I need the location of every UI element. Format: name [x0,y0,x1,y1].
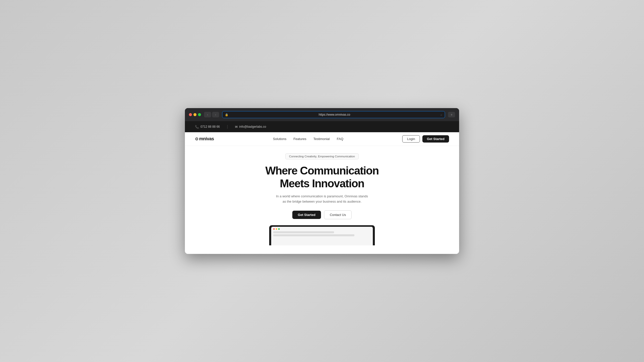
browser-chrome: ‹ › 🔒 https://www.omnivas.co ⌕ + [185,108,459,121]
back-button[interactable]: ‹ [204,112,211,117]
phone-number: 0712 88 88 66 [200,125,220,128]
nav-solutions[interactable]: Solutions [273,137,286,141]
nav-testimonial[interactable]: Testimonial [313,137,330,141]
nav-faq[interactable]: FAQ [337,137,343,141]
hero-section: Connecting Creativity, Empowering Commun… [185,146,459,254]
nav-actions: Login Get Started [402,135,449,143]
logo-symbol: ⊙ [195,137,198,141]
logo-text: mnivas [199,136,214,142]
nav-features[interactable]: Features [293,137,306,141]
phone-contact: 📞 0712 88 88 66 [195,125,220,129]
traffic-lights [189,113,201,116]
hero-subtitle: In a world where communication is paramo… [274,194,370,204]
website-content: 📞 0712 88 88 66 | ✉ info@badgerlabs.co ⊙… [185,121,459,254]
browser-window: ‹ › 🔒 https://www.omnivas.co ⌕ + 📞 0712 … [185,108,459,254]
dash-bar [273,231,334,233]
minimize-button[interactable] [193,113,196,116]
address-bar[interactable]: 🔒 https://www.omnivas.co ⌕ [222,111,445,118]
forward-button[interactable]: › [212,112,219,117]
hero-badge: Connecting Creativity, Empowering Commun… [285,153,359,159]
nav-buttons: ‹ › [204,112,219,117]
dash-bar-2 [273,234,354,236]
dash-dot-red [273,228,275,230]
hero-buttons: Get Started Contact Us [292,210,352,219]
divider: | [227,124,228,129]
top-bar: 📞 0712 88 88 66 | ✉ info@badgerlabs.co [185,121,459,132]
hero-get-started-button[interactable]: Get Started [292,211,321,219]
dashboard-dots [271,227,373,231]
dash-dot-yellow [276,228,277,230]
dashboard-inner [271,227,373,245]
logo[interactable]: ⊙ mnivas [195,136,214,142]
dashboard-preview [269,225,375,245]
email-icon: ✉ [235,125,238,129]
new-tab-button[interactable]: + [448,112,455,117]
email-address: info@badgerlabs.co [239,125,266,128]
url-text: https://www.omnivas.co [230,113,439,116]
maximize-button[interactable] [198,113,201,116]
phone-icon: 📞 [195,125,199,129]
search-icon: ⌕ [440,113,442,116]
get-started-nav-button[interactable]: Get Started [422,135,449,143]
close-button[interactable] [189,113,192,116]
hero-contact-us-button[interactable]: Contact Us [324,210,352,219]
navbar: ⊙ mnivas Solutions Features Testimonial … [185,132,459,146]
lock-icon: 🔒 [225,113,228,116]
login-button[interactable]: Login [402,135,420,143]
nav-links: Solutions Features Testimonial FAQ [273,137,343,141]
dash-dot-green [278,228,280,230]
hero-title: Where Communication Meets Innovation [265,164,379,190]
email-contact: ✉ info@badgerlabs.co [235,125,266,129]
